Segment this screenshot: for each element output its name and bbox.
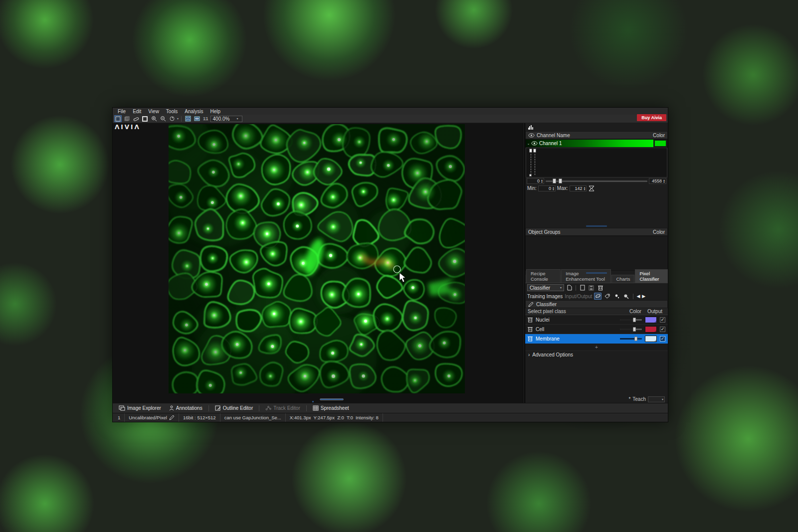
range-thumb-high[interactable]	[559, 178, 562, 183]
menu-edit[interactable]: Edit	[130, 108, 144, 115]
pencil-icon	[528, 302, 534, 307]
object-groups-color-header: Color	[653, 229, 665, 235]
new-classifier-icon[interactable]	[566, 284, 573, 291]
image-viewer[interactable]: ΛIVIΛ	[113, 123, 522, 403]
trash-icon[interactable]	[528, 336, 533, 342]
histogram-max-handle[interactable]	[533, 149, 536, 153]
channel-name: Channel 1	[539, 141, 562, 146]
menu-analysis[interactable]: Analysis	[182, 108, 206, 115]
spreadsheet-icon	[313, 405, 319, 411]
trash-icon[interactable]	[528, 317, 533, 323]
add-class-row[interactable]: +	[525, 344, 668, 351]
teach-button[interactable]: Teach	[632, 396, 646, 402]
move-tool-icon[interactable]	[123, 115, 131, 122]
min-spinner[interactable]: 0 ▲▼	[538, 185, 556, 191]
fit-to-window-icon[interactable]	[184, 115, 192, 122]
label-tool-icon[interactable]	[603, 293, 611, 300]
class-opacity-slider[interactable]	[620, 329, 642, 330]
zoom-in-icon[interactable]	[150, 115, 158, 122]
duplicate-classifier-icon[interactable]	[579, 284, 586, 291]
tab-recipe-console[interactable]: Recipe Console	[526, 269, 561, 283]
eye-icon[interactable]	[531, 141, 538, 146]
zoom-level-select[interactable]: 400.0% ▾	[210, 116, 242, 122]
delete-classifier-icon[interactable]	[597, 284, 604, 291]
object-groups-list[interactable]	[525, 236, 668, 271]
teach-options-select[interactable]: ▾	[648, 396, 665, 402]
histogram-min-handle[interactable]	[529, 149, 532, 153]
menu-tools[interactable]: Tools	[163, 108, 181, 115]
advanced-options-toggle[interactable]: › Advanced Options	[525, 351, 668, 358]
point-tool-icon[interactable]	[613, 293, 620, 300]
menu-file[interactable]: File	[115, 108, 129, 115]
next-image-icon[interactable]: ▶	[642, 294, 645, 299]
draw-tool-icon[interactable]	[594, 293, 601, 300]
tab-pixel-classifier[interactable]: Pixel Classifier	[635, 269, 668, 283]
outline-editor-button[interactable]: Outline Editor	[212, 405, 256, 411]
sync-view-icon[interactable]	[168, 115, 176, 122]
range-right-spinner[interactable]: 4558 ▲▼	[649, 178, 666, 184]
channel-color-swatch[interactable]	[654, 140, 666, 147]
menu-help[interactable]: Help	[207, 108, 223, 115]
prev-image-icon[interactable]: ◀	[636, 294, 640, 299]
chevron-down-icon: ▾	[662, 398, 663, 401]
menu-view[interactable]: View	[145, 108, 162, 115]
toolbar-separator	[181, 116, 182, 122]
panel-splitter-grip[interactable]	[525, 224, 668, 228]
histogram-min-line	[531, 149, 531, 175]
trash-icon[interactable]	[528, 326, 533, 332]
histogram-bottom-handle[interactable]	[529, 174, 532, 177]
class-output-checkbox[interactable]: ✓	[660, 327, 665, 332]
eraser-tool-icon[interactable]	[132, 115, 140, 122]
pixel-class-row-cell[interactable]: Cell ✓	[525, 325, 668, 334]
fit-width-icon[interactable]	[193, 115, 200, 122]
max-value: 142	[572, 186, 583, 191]
buy-aivia-button[interactable]: Buy Aivia	[637, 114, 666, 121]
classifier-section-title: Classifier	[536, 302, 557, 307]
teach-row: * Teach ▾	[525, 395, 668, 403]
select-rectangle-tool-icon[interactable]	[114, 115, 122, 122]
microscopy-image[interactable]	[169, 124, 465, 393]
sync-view-dropdown-icon[interactable]: ▾	[177, 117, 179, 120]
range-left-value: 0	[529, 178, 540, 183]
annotations-button[interactable]: Annotations	[166, 405, 205, 411]
channel-row[interactable]: ⌄ Channel 1	[525, 139, 668, 148]
tab-image-enhancement-tool[interactable]: Image Enhancement Tool	[561, 269, 611, 283]
class-color-swatch[interactable]	[645, 336, 657, 342]
class-output-checkbox[interactable]: ✓	[660, 336, 665, 342]
add-class-label: +	[595, 345, 598, 350]
save-classifier-icon[interactable]	[588, 284, 595, 291]
magnifier-tool-icon[interactable]	[622, 293, 630, 300]
class-opacity-slider[interactable]	[620, 319, 642, 321]
class-output-checkbox[interactable]: ✓	[660, 317, 665, 323]
actual-size-button[interactable]: 1:1	[203, 116, 208, 121]
crop-tool-icon[interactable]	[141, 115, 149, 122]
outline-editor-icon	[215, 405, 221, 411]
edit-pencil-icon[interactable]	[169, 415, 175, 420]
track-editor-button: Track Editor	[262, 405, 303, 411]
histogram-plot[interactable]	[526, 148, 667, 177]
tab-charts[interactable]: Charts	[611, 275, 634, 283]
auto-contrast-icon[interactable]	[588, 185, 595, 191]
main-toolbar: ▾ 1:1 400.0% ▾	[113, 115, 668, 123]
pixel-class-row-nuclei[interactable]: Nuclei ✓	[525, 315, 668, 325]
class-color-swatch[interactable]	[645, 326, 657, 333]
zoom-out-icon[interactable]	[159, 115, 167, 122]
pixel-class-row-membrane[interactable]: Membrane ✓	[525, 334, 668, 344]
image-explorer-button[interactable]: Image Explorer	[116, 405, 164, 411]
histogram-icon[interactable]	[528, 125, 535, 130]
spreadsheet-button[interactable]: Spreadsheet	[310, 405, 352, 411]
classifier-toolbar: Classifier ▾	[525, 283, 668, 292]
class-opacity-slider[interactable]	[620, 338, 642, 340]
chevron-down-icon[interactable]: ⌄	[527, 142, 530, 145]
range-track[interactable]	[546, 180, 647, 182]
class-color-swatch[interactable]	[645, 317, 657, 323]
training-images-row: Training Images Input/Output ◀ ▶	[525, 292, 668, 300]
scrollbar-thumb[interactable]	[320, 398, 344, 400]
button-label: Annotations	[176, 405, 202, 411]
range-thumb-low[interactable]	[553, 178, 556, 183]
max-spinner[interactable]: 142 ▲▼	[570, 185, 587, 191]
viewer-horizontal-scrollbar[interactable]	[312, 400, 372, 402]
classifier-select[interactable]: Classifier ▾	[527, 284, 564, 291]
range-left-spinner[interactable]: 0 ▲▼	[527, 178, 544, 184]
input-output-label: Input/Output	[565, 294, 592, 299]
